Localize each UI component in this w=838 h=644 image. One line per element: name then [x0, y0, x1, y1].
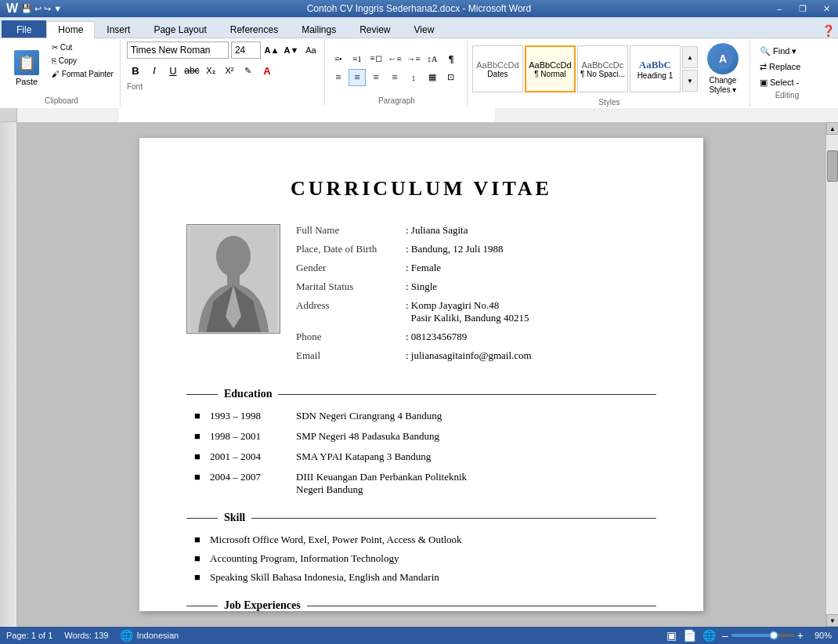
bullet-icon: ■: [194, 534, 204, 546]
subscript-btn[interactable]: X₂: [202, 62, 219, 79]
decrease-font-btn[interactable]: A▼: [283, 42, 300, 59]
scroll-up-btn[interactable]: ▲: [826, 122, 838, 135]
multilevel-list-btn[interactable]: ≡◻: [367, 50, 385, 67]
tab-references[interactable]: References: [219, 20, 290, 38]
close-btn[interactable]: ✕: [815, 0, 838, 17]
font-group-label: Font: [127, 82, 143, 91]
sort-btn[interactable]: ↕A: [424, 50, 441, 67]
tab-mailings[interactable]: Mailings: [290, 20, 348, 38]
info-marital: Marital Status : Single: [296, 280, 656, 293]
show-formatting-btn[interactable]: ¶: [442, 50, 460, 67]
copy-button[interactable]: ⎘ Copy: [49, 55, 117, 67]
font-size-input[interactable]: 24: [231, 42, 261, 59]
style-dates[interactable]: AaBbCcDd Dates: [472, 45, 523, 92]
cv-title: CURRICULUM VITAE: [186, 177, 656, 201]
skill-list: ■ Microsoft Office Word, Exel, Power Poi…: [186, 534, 656, 584]
increase-font-btn[interactable]: A▲: [263, 42, 280, 59]
text-color-btn[interactable]: A: [258, 62, 276, 79]
find-button[interactable]: 🔍 Find ▾: [757, 45, 818, 58]
styles-scroll-down[interactable]: ▼: [682, 70, 698, 92]
photo-box: [186, 224, 280, 334]
ruler-corner: [0, 108, 17, 122]
view-layout-btn[interactable]: 📄: [683, 629, 696, 642]
skill-item-1: ■ Microsoft Office Word, Exel, Power Poi…: [186, 534, 656, 546]
styles-scroll-up[interactable]: ▲: [682, 46, 698, 68]
photo-silhouette: [190, 226, 276, 332]
job-line-right: [307, 606, 656, 606]
quick-access: 💾 ↩ ↪ ▼: [21, 4, 62, 14]
bullet-icon: ■: [194, 471, 204, 496]
tab-insert[interactable]: Insert: [95, 20, 142, 38]
tab-home[interactable]: Home: [46, 21, 95, 38]
word-icon: W: [6, 2, 18, 16]
scroll-thumb[interactable]: [827, 150, 838, 182]
zoom-slider[interactable]: [731, 634, 794, 637]
style-normal-preview: AaBbCcDd: [529, 60, 571, 70]
zoom-plus-btn[interactable]: +: [797, 629, 804, 642]
align-left-btn[interactable]: ≡: [330, 69, 347, 86]
view-web-btn[interactable]: 🌐: [703, 629, 716, 642]
editing-group: 🔍 Find ▾ ⇄ Replace ▣ Select - Editing: [752, 40, 822, 107]
strikethrough-btn[interactable]: abc: [183, 62, 200, 79]
replace-button[interactable]: ⇄ Replace: [757, 60, 818, 74]
clear-format-btn[interactable]: Aa: [302, 42, 320, 59]
skill-item-3: ■ Speaking Skill Bahasa Indonesia, Engli…: [186, 571, 656, 584]
job-experiences-header: Job Experiences: [186, 599, 656, 612]
help-btn[interactable]: ❓: [822, 24, 835, 38]
skill-title: Skill: [224, 512, 245, 524]
vertical-scrollbar[interactable]: ▲ ▼: [825, 122, 838, 627]
bold-btn[interactable]: B: [127, 62, 144, 79]
numbered-list-btn[interactable]: ≡1: [349, 50, 366, 67]
info-email: Email : julianasagitainfo@gmail.com: [296, 349, 656, 362]
bullet-icon: ■: [194, 410, 204, 422]
education-title: Education: [224, 388, 272, 400]
increase-indent-btn[interactable]: →≡: [405, 50, 422, 67]
borders-btn[interactable]: ⊡: [442, 69, 460, 86]
paragraph-label: Paragraph: [330, 96, 464, 105]
align-right-btn[interactable]: ≡: [367, 69, 385, 86]
view-normal-btn[interactable]: ▣: [666, 629, 677, 642]
underline-btn[interactable]: U: [164, 62, 182, 79]
bullet-list-btn[interactable]: ≡•: [330, 50, 347, 67]
personal-info: Full Name : Juliana Sagita Place, Date o…: [296, 224, 656, 368]
info-phone: Phone : 08123456789: [296, 331, 656, 343]
minimize-btn[interactable]: –: [768, 0, 791, 17]
svg-point-5: [216, 236, 251, 277]
select-button[interactable]: ▣ Select -: [757, 76, 818, 89]
tab-file[interactable]: File: [2, 20, 46, 38]
document-scroll[interactable]: CURRICULUM VITAE: [17, 122, 825, 627]
tab-view[interactable]: View: [403, 20, 446, 38]
style-normal[interactable]: AaBbCcDd ¶ Normal: [525, 45, 576, 92]
font-name-input[interactable]: Times New Roman: [127, 42, 229, 59]
restore-btn[interactable]: ❐: [791, 0, 815, 17]
tab-review[interactable]: Review: [348, 20, 402, 38]
shading-btn[interactable]: ▦: [424, 69, 441, 86]
styles-group: AaBbCcDd Dates AaBbCcDd ¶ Normal AaBbCcD…: [469, 40, 750, 107]
justify-btn[interactable]: ≡: [386, 69, 403, 86]
cut-button[interactable]: ✂ Cut: [49, 42, 117, 53]
edu-item-4: ■ 2004 – 2007 DIII Keuangan Dan Perbanka…: [186, 471, 656, 496]
skill-header: Skill: [186, 512, 656, 524]
zoom-minus-btn[interactable]: –: [722, 629, 728, 642]
align-center-btn[interactable]: ≡: [349, 69, 366, 86]
italic-btn[interactable]: I: [146, 62, 163, 79]
scroll-track[interactable]: [826, 135, 838, 614]
change-styles-button[interactable]: A ChangeStyles ▾: [699, 42, 746, 96]
styles-label: Styles: [472, 98, 746, 107]
text-highlight-btn[interactable]: ✎: [240, 62, 257, 79]
clipboard-group: 📋 Paste ✂ Cut ⎘ Copy 🖌 Format Painter Cl…: [3, 40, 121, 107]
paragraph-group: ≡• ≡1 ≡◻ ←≡ →≡ ↕A ¶ ≡ ≡ ≡ ≡ ↕ ▦ ⊡ Paragr…: [327, 40, 468, 107]
line-spacing-btn[interactable]: ↕: [405, 69, 422, 86]
style-no-spacing[interactable]: AaBbCcDc ¶ No Spaci...: [577, 45, 628, 92]
document-area: CURRICULUM VITAE: [0, 122, 838, 627]
superscript-btn[interactable]: X²: [221, 62, 238, 79]
tab-page-layout[interactable]: Page Layout: [142, 20, 218, 38]
style-heading1[interactable]: AaBbC Heading 1: [630, 45, 681, 92]
paste-button[interactable]: 📋 Paste: [6, 42, 47, 95]
style-heading1-label: Heading 1: [638, 71, 674, 80]
decrease-indent-btn[interactable]: ←≡: [386, 50, 403, 67]
window-title: Contoh CV Inggris Sederhana2.docx - Micr…: [307, 3, 532, 14]
format-painter-button[interactable]: 🖌 Format Painter: [49, 68, 117, 80]
word-count: Words: 139: [64, 631, 108, 640]
scroll-down-btn[interactable]: ▼: [826, 614, 838, 627]
